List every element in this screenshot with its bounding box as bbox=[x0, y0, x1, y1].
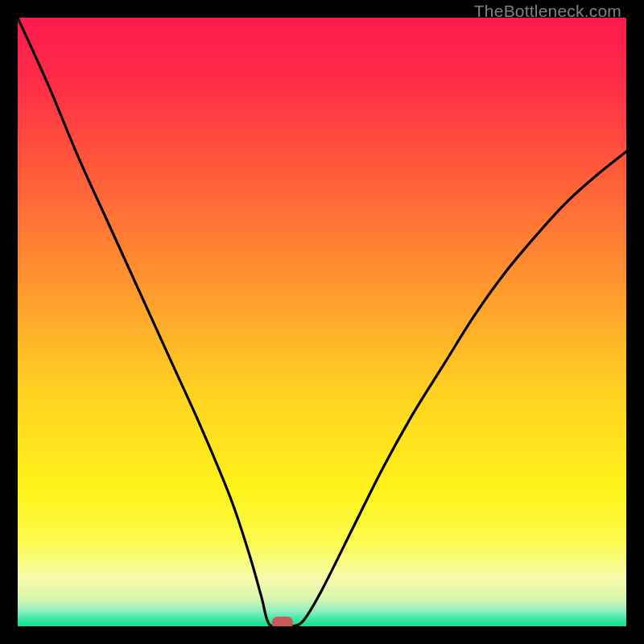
marker-dot bbox=[272, 617, 293, 626]
bottleneck-chart bbox=[18, 18, 626, 626]
watermark-label: TheBottleneck.com bbox=[474, 2, 621, 21]
gradient-background bbox=[18, 18, 626, 626]
chart-frame bbox=[18, 18, 626, 626]
